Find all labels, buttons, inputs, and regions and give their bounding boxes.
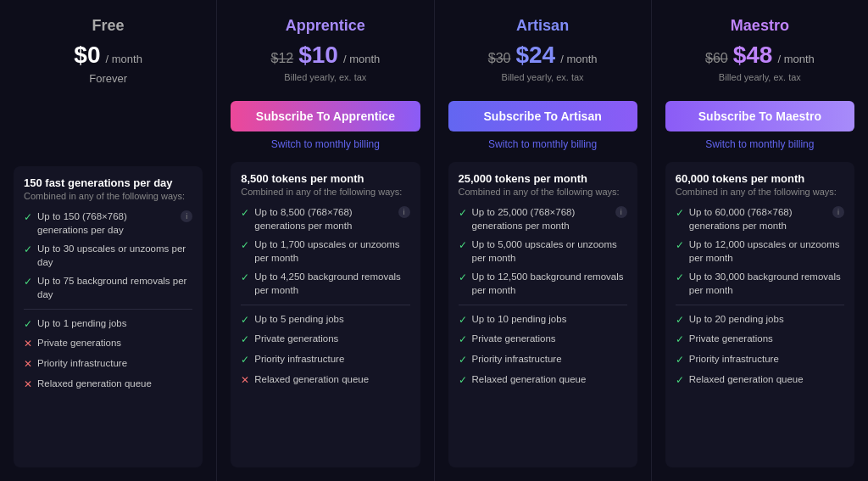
feature-text: Priority infrastructure bbox=[472, 352, 562, 366]
price-period-apprentice: / month bbox=[343, 53, 380, 65]
feature-divider bbox=[459, 305, 627, 305]
features-main-artisan: 25,000 tokens per month bbox=[459, 172, 627, 185]
check-icon: ✓ bbox=[241, 353, 249, 367]
feature-text: Relaxed generation queue bbox=[37, 377, 152, 390]
price-period-artisan: / month bbox=[560, 53, 597, 65]
features-card-free: 150 fast generations per dayCombined in … bbox=[14, 166, 203, 467]
feature-divider bbox=[241, 305, 409, 305]
feature-text: Up to 12,500 background removals per mon… bbox=[472, 270, 627, 297]
features-main-maestro: 60,000 tokens per month bbox=[676, 172, 844, 185]
feature-group1-item-0: ✓ Up to 60,000 (768×768) generations per… bbox=[676, 205, 844, 232]
feature-text: Relaxed generation queue bbox=[254, 372, 369, 386]
feature-text: Up to 25,000 (768×768) generations per m… bbox=[472, 205, 610, 232]
feature-group1-item-1: ✓ Up to 5,000 upscales or unzooms per mo… bbox=[459, 238, 627, 265]
check-icon: ✓ bbox=[676, 313, 684, 327]
check-icon: ✓ bbox=[459, 353, 467, 367]
features-sub-free: Combined in any of the following ways: bbox=[24, 191, 192, 201]
price-current-free: $0 bbox=[74, 42, 100, 69]
feature-group2-item-1: ✕ Private generations bbox=[24, 336, 192, 351]
subscribe-button-maestro[interactable]: Subscribe To Maestro bbox=[665, 101, 854, 131]
check-icon: ✓ bbox=[241, 206, 249, 221]
feature-divider bbox=[24, 309, 192, 310]
features-main-free: 150 fast generations per day bbox=[24, 176, 192, 189]
switch-billing-maestro[interactable]: Switch to monthly billing bbox=[665, 138, 854, 150]
feature-group1-item-1: ✓ Up to 30 upscales or unzooms per day bbox=[24, 242, 192, 269]
features-sub-artisan: Combined in any of the following ways: bbox=[459, 187, 627, 197]
x-icon: ✕ bbox=[24, 337, 32, 351]
price-row-artisan: $30$24/ month bbox=[448, 42, 637, 69]
check-icon: ✓ bbox=[241, 238, 249, 253]
features-sub-maestro: Combined in any of the following ways: bbox=[676, 187, 844, 197]
feature-text: Up to 20 pending jobs bbox=[689, 312, 784, 326]
subscribe-button-artisan[interactable]: Subscribe To Artisan bbox=[448, 101, 637, 131]
check-icon: ✓ bbox=[24, 275, 32, 289]
feature-group2-item-3: ✕ Relaxed generation queue bbox=[241, 372, 409, 388]
feature-text: Priority infrastructure bbox=[37, 356, 127, 370]
switch-billing-artisan[interactable]: Switch to monthly billing bbox=[448, 138, 637, 150]
check-icon: ✓ bbox=[241, 271, 249, 285]
check-icon: ✓ bbox=[459, 333, 467, 347]
check-icon: ✓ bbox=[459, 206, 467, 221]
feature-text: Private generations bbox=[689, 332, 773, 345]
feature-text: Up to 8,500 (768×768) generations per mo… bbox=[254, 205, 392, 232]
price-row-maestro: $60$48/ month bbox=[665, 42, 854, 69]
price-original-maestro: $60 bbox=[705, 51, 728, 66]
info-icon: i bbox=[615, 206, 627, 218]
features-card-maestro: 60,000 tokens per monthCombined in any o… bbox=[665, 162, 854, 467]
feature-group2-item-0: ✓ Up to 20 pending jobs bbox=[676, 312, 844, 327]
plan-name-maestro: Maestro bbox=[665, 17, 854, 35]
check-icon: ✓ bbox=[676, 333, 684, 347]
feature-text: Private generations bbox=[254, 332, 338, 345]
feature-group1-item-2: ✓ Up to 75 background removals per day bbox=[24, 274, 192, 301]
price-note-maestro: Billed yearly, ex. tax bbox=[665, 72, 854, 82]
feature-text: Up to 30,000 background removals per mon… bbox=[689, 270, 844, 297]
check-icon: ✓ bbox=[676, 373, 684, 388]
feature-text: Up to 1,700 upscales or unzooms per mont… bbox=[254, 238, 409, 265]
feature-text: Priority infrastructure bbox=[254, 352, 344, 366]
check-icon: ✓ bbox=[24, 317, 32, 332]
feature-group2-item-3: ✓ Relaxed generation queue bbox=[459, 372, 627, 388]
price-current-apprentice: $10 bbox=[298, 42, 338, 69]
feature-text: Up to 1 pending jobs bbox=[37, 316, 127, 330]
subscribe-button-apprentice[interactable]: Subscribe To Apprentice bbox=[231, 101, 420, 131]
feature-text: Up to 4,250 background removals per mont… bbox=[254, 270, 409, 297]
info-icon: i bbox=[832, 206, 844, 218]
check-icon: ✓ bbox=[676, 353, 684, 367]
price-period-maestro: / month bbox=[777, 53, 814, 65]
price-row-apprentice: $12$10/ month bbox=[231, 42, 420, 69]
feature-group2-item-2: ✓ Priority infrastructure bbox=[241, 352, 409, 367]
plan-header-free: Free$0/ monthForever bbox=[14, 17, 203, 112]
feature-text: Up to 5 pending jobs bbox=[254, 312, 344, 326]
check-icon: ✓ bbox=[676, 206, 684, 221]
price-current-maestro: $48 bbox=[733, 42, 773, 69]
feature-group1-item-2: ✓ Up to 30,000 background removals per m… bbox=[676, 270, 844, 297]
feature-text: Private generations bbox=[37, 336, 121, 350]
price-original-apprentice: $12 bbox=[270, 51, 293, 66]
check-icon: ✓ bbox=[459, 373, 467, 388]
feature-text: Up to 30 upscales or unzooms per day bbox=[37, 242, 192, 269]
check-icon: ✓ bbox=[459, 238, 467, 253]
x-icon: ✕ bbox=[24, 357, 32, 372]
x-icon: ✕ bbox=[241, 373, 249, 388]
feature-text: Up to 75 background removals per day bbox=[37, 274, 192, 301]
features-main-apprentice: 8,500 tokens per month bbox=[241, 172, 409, 185]
check-icon: ✓ bbox=[459, 313, 467, 327]
feature-group2-item-1: ✓ Private generations bbox=[676, 332, 844, 347]
feature-group2-item-3: ✕ Relaxed generation queue bbox=[24, 377, 192, 392]
feature-text: Relaxed generation queue bbox=[472, 372, 587, 386]
feature-group2-item-0: ✓ Up to 1 pending jobs bbox=[24, 316, 192, 332]
x-icon: ✕ bbox=[24, 378, 32, 392]
feature-text: Relaxed generation queue bbox=[689, 372, 804, 386]
switch-billing-apprentice[interactable]: Switch to monthly billing bbox=[231, 138, 420, 150]
plan-artisan: Artisan$30$24/ monthBilled yearly, ex. t… bbox=[435, 0, 652, 481]
check-icon: ✓ bbox=[24, 243, 32, 257]
feature-group2-item-2: ✕ Priority infrastructure bbox=[24, 356, 192, 372]
features-sub-apprentice: Combined in any of the following ways: bbox=[241, 187, 409, 197]
price-current-artisan: $24 bbox=[515, 42, 555, 69]
plan-header-maestro: Maestro$60$48/ monthBilled yearly, ex. t… bbox=[665, 17, 854, 91]
plan-header-apprentice: Apprentice$12$10/ monthBilled yearly, ex… bbox=[231, 17, 420, 91]
feature-group2-item-0: ✓ Up to 10 pending jobs bbox=[459, 312, 627, 327]
feature-text: Priority infrastructure bbox=[689, 352, 779, 366]
check-icon: ✓ bbox=[24, 210, 32, 225]
forever-note: Forever bbox=[14, 72, 203, 85]
